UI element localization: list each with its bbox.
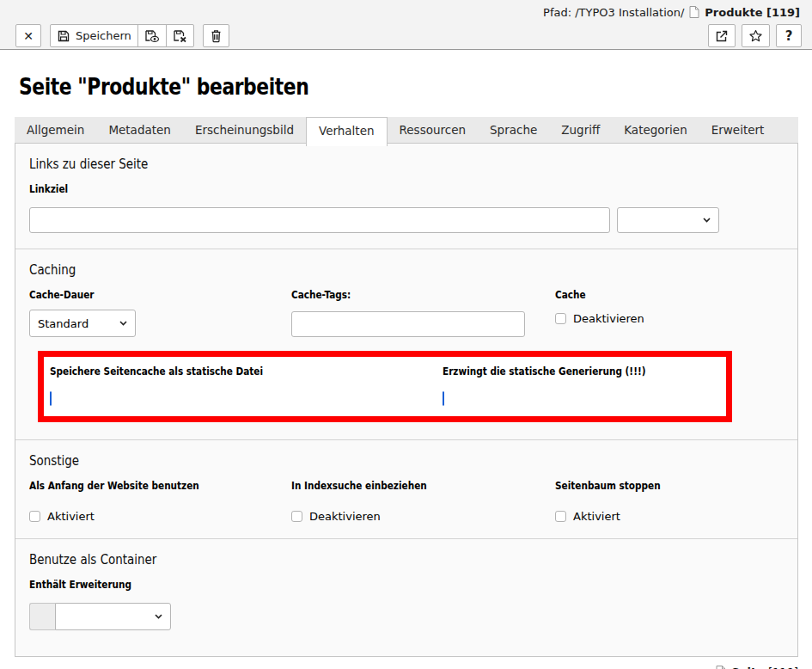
enthaelt-erweiterung-select[interactable] (55, 603, 171, 630)
section-sonstige: Sonstige Als Anfang der Website benutzen… (15, 439, 797, 538)
linkziel-target-select[interactable] (617, 207, 719, 233)
external-link-icon (715, 29, 729, 43)
tab-metadaten[interactable]: Metadaten (96, 117, 183, 143)
chevron-down-icon (155, 614, 162, 619)
tab-kategorien[interactable]: Kategorien (612, 117, 699, 143)
open-in-new-window-button[interactable] (708, 24, 736, 47)
index-search-checkbox[interactable] (291, 511, 302, 522)
cache-tags-label: Cache-Tags: (291, 288, 555, 301)
doc-header: Pfad: /TYPO3 Installation/ Produkte [119… (0, 0, 812, 50)
cache-tags-input[interactable] (291, 311, 525, 337)
section-links-heading: Links zu dieser Seite (29, 156, 784, 172)
section-links: Links zu dieser Seite Linkziel (15, 144, 797, 249)
stop-tree-checkbox[interactable] (555, 511, 566, 522)
page-title: Seite "Produkte" bearbeiten (19, 74, 812, 100)
tab-sprache[interactable]: Sprache (478, 117, 549, 143)
record-icon-slot (29, 603, 55, 630)
tab-ressourcen[interactable]: Ressourcen (388, 117, 479, 143)
close-icon: ✕ (23, 29, 34, 43)
cache-deaktivieren-checkbox[interactable] (555, 313, 566, 324)
force-static-label: Erzwingt die statische Generierung (!!!) (443, 365, 726, 377)
site-start-label: Als Anfang der Website benutzen (29, 479, 291, 492)
section-caching: Caching Cache-Dauer Standard Cache-Tags:… (15, 249, 797, 439)
breadcrumb: Pfad: /TYPO3 Installation/ Produkte [119… (543, 5, 800, 19)
page-icon (688, 5, 700, 19)
tab-erweitert[interactable]: Erweitert (699, 117, 777, 143)
cache-dauer-label: Cache-Dauer (29, 288, 291, 301)
record-title: Produkte [119] (705, 6, 800, 19)
help-button[interactable]: ? (776, 24, 802, 47)
enthaelt-erweiterung-label: Enthält Erweiterung (29, 578, 784, 591)
site-start-checkbox[interactable] (29, 511, 40, 522)
save-view-icon (144, 29, 160, 43)
toolbar-left: ✕ Speichern (15, 24, 229, 47)
edit-form: Allgemein Metadaten Erscheinungsbild Ver… (15, 117, 798, 657)
close-button[interactable]: ✕ (15, 24, 41, 47)
save-close-button[interactable] (166, 24, 194, 47)
tab-allgemein[interactable]: Allgemein (15, 117, 96, 143)
stop-tree-label: Seitenbaum stoppen (555, 479, 784, 492)
tab-bar: Allgemein Metadaten Erscheinungsbild Ver… (15, 117, 798, 143)
save-button[interactable]: Speichern (50, 24, 138, 47)
tab-erscheinungsbild[interactable]: Erscheinungsbild (183, 117, 306, 143)
trash-icon (210, 29, 223, 43)
save-button-group: Speichern (50, 24, 194, 47)
record-id-label: [119] (768, 666, 798, 669)
cache-deaktivieren-checkbox-label: Deaktivieren (573, 312, 644, 325)
save-button-label: Speichern (76, 29, 131, 42)
site-start-checkbox-label: Aktiviert (47, 510, 95, 523)
index-search-label: In Indexsuche einbeziehen (291, 479, 555, 492)
tab-panel-verhalten: Links zu dieser Seite Linkziel Caching C… (15, 143, 798, 657)
page-icon (715, 665, 727, 669)
tab-zugriff[interactable]: Zugriff (549, 117, 612, 143)
save-view-button[interactable] (137, 24, 167, 47)
help-icon: ? (785, 28, 793, 44)
record-type-label: Seite (731, 666, 764, 669)
linkziel-label: Linkziel (29, 182, 784, 195)
highlight-static-cache: Speichere Seitencache als statische Date… (38, 351, 732, 422)
save-icon (57, 29, 70, 43)
tab-verhalten[interactable]: Verhalten (306, 117, 388, 146)
section-container-heading: Benutze als Container (29, 551, 784, 568)
chevron-down-icon (119, 321, 127, 326)
section-container: Benutze als Container Enthält Erweiterun… (15, 538, 797, 656)
bookmark-button[interactable] (742, 24, 770, 47)
section-sonstige-heading: Sonstige (29, 452, 784, 469)
cache-dauer-select[interactable]: Standard (29, 310, 136, 337)
linkziel-input[interactable] (29, 207, 610, 233)
cache-label: Cache (555, 288, 784, 301)
save-close-icon (173, 29, 187, 43)
static-file-label: Speichere Seitencache als statische Date… (50, 365, 443, 377)
section-caching-heading: Caching (29, 261, 784, 278)
stop-tree-checkbox-label: Aktiviert (573, 510, 620, 523)
chevron-down-icon (703, 218, 711, 223)
delete-button[interactable] (203, 24, 229, 47)
breadcrumb-path: Pfad: /TYPO3 Installation/ (543, 6, 684, 19)
toolbar-right: ? (708, 24, 802, 47)
static-file-checkbox[interactable] (50, 391, 52, 406)
force-static-checkbox[interactable] (443, 391, 444, 406)
record-footer: Seite [119] (0, 665, 798, 669)
index-search-checkbox-label: Deaktivieren (309, 510, 381, 523)
star-icon (748, 29, 763, 43)
